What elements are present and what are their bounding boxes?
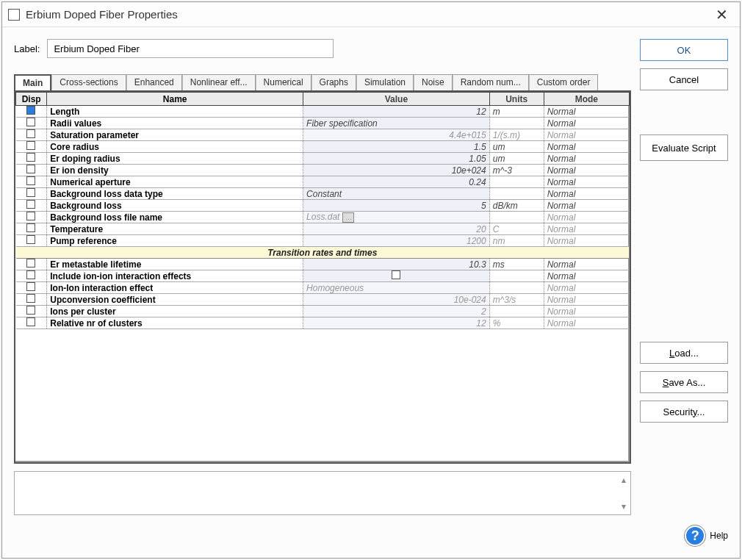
mode-cell[interactable]: Normal xyxy=(544,294,629,306)
disp-cell[interactable] xyxy=(16,200,47,212)
value-cell[interactable]: 1.05 xyxy=(303,153,490,165)
browse-button[interactable]: … xyxy=(342,212,354,223)
help-icon[interactable]: ? xyxy=(685,525,705,546)
disp-checkbox[interactable] xyxy=(26,153,35,162)
tab-enhanced[interactable]: Enhanced xyxy=(126,74,182,90)
disp-checkbox[interactable] xyxy=(26,306,35,315)
value-cell[interactable]: 20 xyxy=(303,223,490,235)
scroll-down-icon[interactable]: ▾ xyxy=(619,501,629,511)
units-cell[interactable]: dB/km xyxy=(489,200,544,212)
col-header-disp[interactable]: Disp xyxy=(16,93,47,106)
disp-checkbox[interactable] xyxy=(26,129,35,138)
scroll-up-icon[interactable]: ▴ xyxy=(619,475,629,485)
units-cell[interactable]: um xyxy=(489,141,544,153)
disp-checkbox[interactable] xyxy=(26,200,35,209)
mode-cell[interactable]: Normal xyxy=(544,223,629,235)
mode-cell[interactable]: Normal xyxy=(544,306,629,317)
mode-cell[interactable]: Normal xyxy=(544,118,629,129)
disp-cell[interactable] xyxy=(16,259,47,270)
value-cell[interactable]: Loss.dat… xyxy=(303,212,490,223)
disp-cell[interactable] xyxy=(16,317,47,329)
load-button[interactable]: Load... xyxy=(640,342,728,364)
units-cell[interactable]: ms xyxy=(489,259,544,270)
mode-cell[interactable]: Normal xyxy=(544,212,629,223)
mode-cell[interactable]: Normal xyxy=(544,106,629,118)
disp-cell[interactable] xyxy=(16,306,47,317)
value-cell[interactable]: 1.5 xyxy=(303,141,490,153)
mode-cell[interactable]: Normal xyxy=(544,235,629,247)
value-cell[interactable]: 2 xyxy=(303,306,490,317)
disp-checkbox[interactable] xyxy=(26,118,35,126)
mode-cell[interactable]: Normal xyxy=(544,317,629,329)
disp-cell[interactable] xyxy=(16,129,47,141)
value-cell[interactable]: 0.24 xyxy=(303,176,490,188)
disp-cell[interactable] xyxy=(16,235,47,247)
disp-checkbox[interactable] xyxy=(26,212,35,220)
value-cell[interactable]: 12 xyxy=(303,106,490,118)
cancel-button[interactable]: Cancel xyxy=(640,68,728,90)
mode-cell[interactable]: Normal xyxy=(544,141,629,153)
mode-cell[interactable]: Normal xyxy=(544,200,629,212)
value-cell[interactable] xyxy=(303,270,490,282)
disp-checkbox[interactable] xyxy=(26,317,35,326)
disp-checkbox[interactable] xyxy=(26,259,35,268)
help-label[interactable]: Help xyxy=(710,531,728,541)
tab-nonlinear-eff-[interactable]: Nonlinear eff... xyxy=(182,74,256,90)
value-checkbox[interactable] xyxy=(392,270,400,279)
col-header-units[interactable]: Units xyxy=(489,93,544,106)
disp-checkbox[interactable] xyxy=(26,176,35,185)
units-cell[interactable]: C xyxy=(489,223,544,235)
tab-random-num-[interactable]: Random num... xyxy=(453,74,529,90)
disp-cell[interactable] xyxy=(16,165,47,176)
value-cell[interactable]: 10.3 xyxy=(303,259,490,270)
value-cell[interactable]: 10e-024 xyxy=(303,294,490,306)
disp-checkbox[interactable] xyxy=(26,141,35,150)
mode-cell[interactable]: Normal xyxy=(544,165,629,176)
col-header-mode[interactable]: Mode xyxy=(544,93,629,106)
log-box[interactable]: ▴ ▾ xyxy=(14,471,631,515)
tab-simulation[interactable]: Simulation xyxy=(356,74,414,90)
disp-checkbox[interactable] xyxy=(26,165,35,173)
evaluate-script-button[interactable]: Evaluate Script xyxy=(640,134,728,161)
mode-cell[interactable]: Normal xyxy=(544,259,629,270)
disp-cell[interactable] xyxy=(16,212,47,223)
units-cell[interactable]: m^3/s xyxy=(489,294,544,306)
tab-numerical[interactable]: Numerical xyxy=(256,74,311,90)
tab-cross-sections[interactable]: Cross-sections xyxy=(51,74,126,90)
disp-cell[interactable] xyxy=(16,153,47,165)
disp-checkbox[interactable] xyxy=(26,223,35,232)
units-cell[interactable]: nm xyxy=(489,235,544,247)
col-header-name[interactable]: Name xyxy=(47,93,303,106)
tab-custom-order[interactable]: Custom order xyxy=(529,74,599,90)
mode-cell[interactable]: Normal xyxy=(544,129,629,141)
label-input[interactable] xyxy=(47,39,334,58)
units-cell[interactable]: um xyxy=(489,153,544,165)
disp-cell[interactable] xyxy=(16,188,47,200)
mode-cell[interactable]: Normal xyxy=(544,153,629,165)
units-cell[interactable]: m xyxy=(489,106,544,118)
value-cell[interactable]: 4.4e+015 xyxy=(303,129,490,141)
ok-button[interactable]: OK xyxy=(640,39,728,61)
disp-checkbox[interactable] xyxy=(26,294,35,303)
value-cell[interactable]: 12 xyxy=(303,317,490,329)
value-cell[interactable]: Homogeneous xyxy=(303,282,490,294)
disp-cell[interactable] xyxy=(16,294,47,306)
col-header-value[interactable]: Value xyxy=(303,93,490,106)
mode-cell[interactable]: Normal xyxy=(544,270,629,282)
disp-cell[interactable] xyxy=(16,223,47,235)
disp-checkbox[interactable] xyxy=(26,270,35,279)
disp-cell[interactable] xyxy=(16,282,47,294)
disp-checkbox[interactable] xyxy=(26,282,35,291)
tab-main[interactable]: Main xyxy=(14,74,51,90)
units-cell[interactable]: % xyxy=(489,317,544,329)
disp-cell[interactable] xyxy=(16,176,47,188)
close-icon[interactable]: ✕ xyxy=(710,3,734,26)
value-cell[interactable]: Fiber specification xyxy=(303,118,490,129)
save-as-button[interactable]: Save As... xyxy=(640,371,728,393)
disp-checkbox[interactable] xyxy=(26,235,35,244)
value-cell[interactable]: 10e+024 xyxy=(303,165,490,176)
tab-graphs[interactable]: Graphs xyxy=(311,74,356,90)
security-button[interactable]: Security... xyxy=(640,401,728,423)
disp-cell[interactable] xyxy=(16,270,47,282)
disp-cell[interactable] xyxy=(16,118,47,129)
